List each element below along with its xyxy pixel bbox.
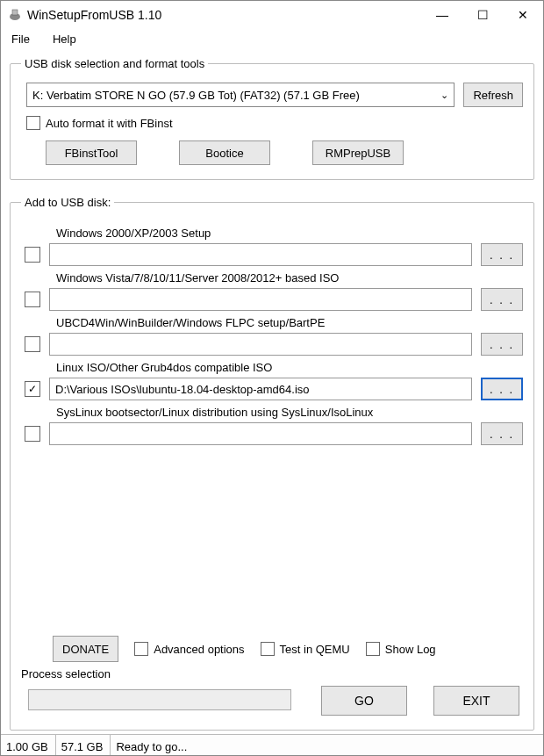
menubar: File Help (1, 29, 543, 48)
source-path-3[interactable]: D:\Various ISOs\lubuntu-18.04-desktop-am… (49, 378, 472, 400)
menu-file[interactable]: File (6, 31, 35, 47)
status-cell-2: 57.1 GB (56, 735, 111, 755)
statusbar: 1.00 GB 57.1 GB Ready to go... (1, 734, 543, 755)
add-to-usb-group: Add to USB disk: Windows 2000/XP/2003 Se… (10, 196, 534, 731)
refresh-button[interactable]: Refresh (463, 83, 523, 107)
app-icon (8, 8, 22, 22)
show-log-checkbox[interactable] (366, 642, 380, 656)
source-checkbox-1[interactable] (25, 292, 40, 307)
source-path-1[interactable] (49, 288, 472, 311)
bootice-button[interactable]: Bootice (179, 140, 270, 165)
drive-select[interactable]: K: Verbatim STORE N GO (57.9 GB Tot) (FA… (26, 83, 455, 107)
source-path-0[interactable] (49, 243, 472, 266)
advanced-options-checkbox[interactable] (134, 642, 148, 656)
drive-select-value: K: Verbatim STORE N GO (57.9 GB Tot) (FA… (32, 89, 360, 102)
autoformat-checkbox[interactable] (26, 116, 40, 130)
usb-selection-group: USB disk selection and format tools K: V… (10, 57, 534, 180)
source-browse-1[interactable]: . . . (481, 288, 523, 311)
source-browse-0[interactable]: . . . (481, 243, 523, 266)
source-checkbox-3[interactable]: ✓ (25, 381, 40, 397)
exit-button[interactable]: EXIT (433, 686, 519, 716)
source-checkbox-0[interactable] (25, 247, 40, 263)
maximize-button[interactable]: ☐ (462, 1, 503, 29)
source-browse-2[interactable]: . . . (481, 333, 523, 356)
status-cell-1: 1.00 GB (1, 735, 56, 755)
source-path-2[interactable] (49, 333, 472, 356)
show-log-label: Show Log (385, 643, 436, 656)
donate-button[interactable]: DONATE (53, 636, 118, 662)
svg-rect-1 (12, 10, 18, 15)
window-title: WinSetupFromUSB 1.10 (27, 8, 422, 22)
status-cell-3: Ready to go... (111, 735, 543, 755)
source-label-4: SysLinux bootsector/Linux distribution u… (56, 406, 523, 419)
chevron-down-icon: ⌄ (440, 90, 448, 101)
menu-help[interactable]: Help (47, 31, 82, 47)
source-label-1: Windows Vista/7/8/10/11/Server 2008/2012… (56, 271, 523, 284)
rmprepusb-button[interactable]: RMPrepUSB (312, 140, 404, 165)
source-label-3: Linux ISO/Other Grub4dos compatible ISO (56, 361, 523, 374)
go-button[interactable]: GO (321, 686, 407, 716)
test-qemu-label: Test in QEMU (280, 643, 350, 656)
titlebar: WinSetupFromUSB 1.10 — ☐ ✕ (1, 1, 543, 29)
source-checkbox-4[interactable] (25, 426, 40, 442)
autoformat-label: Auto format it with FBinst (46, 117, 173, 130)
source-label-0: Windows 2000/XP/2003 Setup (56, 227, 523, 240)
source-path-4[interactable] (49, 422, 472, 445)
minimize-button[interactable]: — (422, 1, 462, 29)
source-browse-4[interactable]: . . . (481, 422, 523, 445)
add-group-legend: Add to USB disk: (21, 196, 114, 209)
usb-group-legend: USB disk selection and format tools (21, 57, 208, 70)
source-browse-3[interactable]: . . . (481, 378, 523, 400)
test-qemu-checkbox[interactable] (261, 642, 275, 656)
source-label-2: UBCD4Win/WinBuilder/Windows FLPC setup/B… (56, 316, 523, 329)
close-button[interactable]: ✕ (503, 1, 543, 29)
fbinsttool-button[interactable]: FBinstTool (46, 140, 137, 165)
advanced-options-label: Advanced options (154, 643, 244, 656)
source-checkbox-2[interactable] (25, 336, 40, 352)
process-selection-label: Process selection (21, 667, 523, 680)
